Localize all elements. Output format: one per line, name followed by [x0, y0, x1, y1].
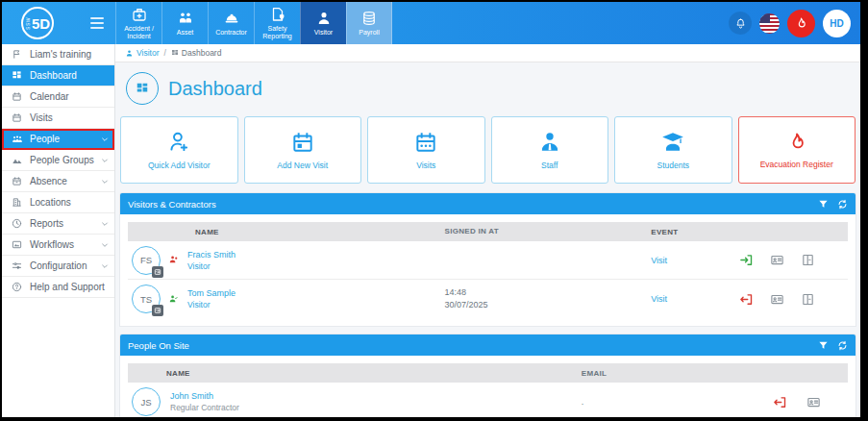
calendar-cross-icon: [12, 176, 23, 187]
tab-label: Accident / Incident: [118, 25, 161, 41]
staff-card[interactable]: Staff: [491, 116, 609, 184]
person-type: Visitor: [187, 300, 236, 310]
sign-in-icon[interactable]: [739, 253, 754, 267]
id-card-icon[interactable]: [770, 253, 784, 267]
sidebar-item-calendar[interactable]: Calendar: [2, 87, 114, 108]
sidebar-item-reports[interactable]: Reports: [2, 213, 114, 235]
tab-contractor[interactable]: Contractor: [208, 2, 254, 44]
id-card-icon[interactable]: [770, 292, 784, 307]
students-card[interactable]: Students: [614, 116, 732, 184]
app-window: SSW 5D Accident / Incident Asset: [2, 2, 860, 417]
graduate-icon: [660, 130, 685, 155]
tab-accident-incident[interactable]: Accident / Incident: [115, 2, 161, 44]
staff-person-icon: [537, 130, 562, 155]
door-icon[interactable]: [801, 253, 815, 267]
avatar[interactable]: TS: [132, 285, 161, 313]
question-circle-icon: [12, 282, 23, 293]
sliders-icon: [12, 260, 23, 272]
tab-visitor[interactable]: Visitor: [300, 2, 346, 44]
coins-icon: [360, 10, 378, 27]
panel-title: People On Site: [128, 340, 189, 351]
person-name-link[interactable]: John Smith: [170, 391, 239, 401]
notifications-bell-icon[interactable]: [729, 12, 752, 35]
sidebar-item-workflows[interactable]: Workflows: [2, 235, 114, 256]
chevron-down-icon: [101, 136, 109, 143]
sidebar-item-liams-training[interactable]: Liam's training: [2, 44, 114, 65]
calendar-dots-icon: [413, 130, 438, 155]
person-icon: [125, 49, 134, 58]
sign-out-icon[interactable]: [773, 395, 787, 409]
evacuation-flame-icon[interactable]: [787, 10, 815, 37]
avatar[interactable]: FS: [132, 246, 161, 275]
tab-label: Payroll: [359, 29, 379, 37]
sidebar-item-label: People Groups: [30, 155, 94, 165]
us-flag-icon[interactable]: [759, 13, 780, 34]
sidebar-item-label: People: [30, 134, 60, 144]
people-on-site-panel: People On Site NAME EMAIL JS: [120, 334, 856, 417]
tab-asset[interactable]: Asset: [161, 2, 208, 44]
person-name-link[interactable]: Tom Sample: [187, 288, 236, 298]
filter-icon[interactable]: [818, 340, 829, 351]
calendar-icon: [12, 112, 23, 124]
avatar[interactable]: JS: [132, 387, 161, 416]
page-title: Dashboard: [168, 78, 262, 100]
asset-group-icon: [177, 10, 194, 27]
chevron-down-icon: [101, 178, 109, 186]
sidebar-item-label: Configuration: [30, 260, 87, 271]
sidebar-item-dashboard[interactable]: Dashboard: [2, 65, 114, 87]
person-icon: [315, 10, 333, 27]
sign-out-icon[interactable]: [739, 292, 754, 307]
door-icon[interactable]: [801, 292, 815, 307]
chevron-down-icon: [101, 157, 109, 164]
panel-header: Visitors & Contractors: [120, 193, 856, 214]
sidebar-item-label: Absence: [30, 176, 67, 186]
tab-safety-reporting[interactable]: Safety Reporting: [254, 2, 300, 44]
sidebar-item-locations[interactable]: Locations: [2, 192, 114, 213]
document-shield-icon: [269, 6, 286, 23]
signed-in-at: 14:48 30/07/2025: [445, 286, 632, 312]
quick-add-visitor-card[interactable]: Quick Add Visitor: [120, 116, 238, 184]
refresh-icon[interactable]: [837, 340, 848, 351]
sidebar-item-help-and-support[interactable]: Help and Support: [2, 277, 114, 298]
breadcrumb-visitor[interactable]: Visitor: [125, 48, 159, 58]
column-header-event: EVENT: [632, 228, 725, 236]
add-new-visit-card[interactable]: Add New Visit: [244, 116, 362, 184]
table-row: FS Fracis Smith Visitor Visit: [128, 241, 848, 280]
app-logo[interactable]: SSW 5D: [21, 7, 54, 39]
event-link[interactable]: Visit: [651, 294, 667, 304]
hamburger-menu-icon[interactable]: [90, 17, 104, 29]
flame-icon: [785, 131, 808, 154]
sidebar-item-people-groups[interactable]: People Groups: [2, 150, 114, 171]
sidebar-item-people[interactable]: People: [2, 129, 114, 150]
id-badge-icon: [152, 305, 163, 316]
dashboard-grid-icon: [171, 49, 179, 57]
dashboard-grid-icon: [126, 72, 159, 105]
id-card-icon[interactable]: [806, 395, 821, 409]
dashboard-grid-icon: [12, 70, 23, 82]
sidebar-item-label: Liam's training: [30, 49, 91, 60]
panel-header: People On Site: [120, 334, 856, 356]
sidebar-item-visits[interactable]: Visits: [2, 108, 114, 129]
user-avatar[interactable]: HD: [823, 10, 851, 37]
crowd-icon: [12, 155, 23, 166]
evacuation-register-card[interactable]: Evacuation Register: [738, 116, 856, 184]
refresh-icon[interactable]: [837, 199, 848, 210]
sidebar-item-absence[interactable]: Absence: [2, 171, 114, 192]
page-header: Dashboard: [115, 62, 860, 112]
sidebar-item-label: Reports: [30, 218, 63, 229]
sidebar-item-configuration[interactable]: Configuration: [2, 256, 114, 277]
person-type: Visitor: [187, 261, 236, 271]
filter-icon[interactable]: [818, 199, 829, 210]
top-navigation-bar: SSW 5D Accident / Incident Asset: [2, 2, 860, 44]
first-aid-icon: [131, 6, 148, 23]
event-link[interactable]: Visit: [651, 256, 667, 265]
person-name-link[interactable]: Fracis Smith: [187, 250, 236, 260]
card-label: Quick Add Visitor: [148, 161, 211, 170]
visits-card[interactable]: Visits: [367, 116, 485, 184]
logo-prefix: SSW: [25, 17, 31, 30]
card-label: Evacuation Register: [760, 160, 833, 169]
tab-payroll[interactable]: Payroll: [346, 2, 392, 44]
signed-in-person-icon: [168, 294, 180, 305]
table-header: NAME EMAIL: [128, 363, 848, 383]
card-label: Students: [657, 161, 689, 170]
